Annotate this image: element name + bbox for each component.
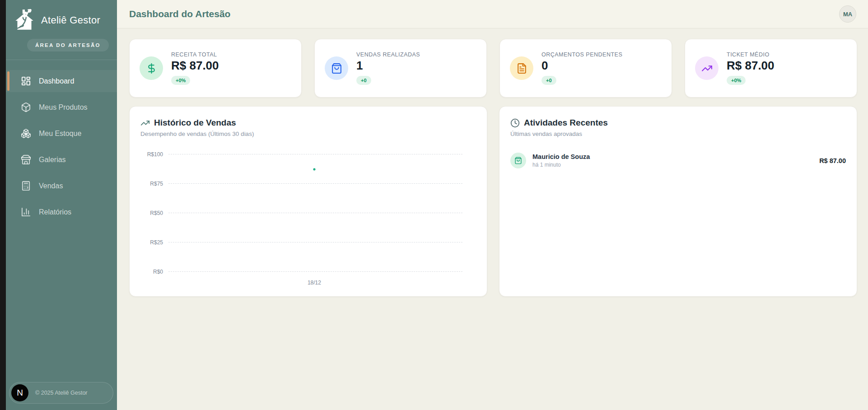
y-axis-tick-label: R$50 xyxy=(136,210,163,216)
activity-list: Mauricio de Souzahá 1 minutoR$ 87.00 xyxy=(510,153,846,168)
x-axis-tick-label: 18/12 xyxy=(308,280,321,286)
y-axis-tick-label: R$0 xyxy=(136,269,163,275)
sidebar-item-label: Meus Produtos xyxy=(39,103,88,112)
stat-label: VENDAS REALIZADAS xyxy=(356,51,420,58)
atelie-house-logo-icon xyxy=(11,7,37,33)
calculator-icon xyxy=(21,181,31,191)
stat-body: RECEITA TOTALR$ 87.00+0% xyxy=(171,51,219,85)
activity-customer-name: Mauricio de Souza xyxy=(532,153,590,160)
sales-line-chart: R$100R$75R$50R$25R$018/12 xyxy=(140,154,476,289)
sidebar: Ateliê Gestor ÁREA DO ARTESÃO DashboardM… xyxy=(6,0,117,410)
stat-label: RECEITA TOTAL xyxy=(171,51,219,58)
sales-panel-title: Histórico de Vendas xyxy=(154,118,236,128)
activity-list-item: Mauricio de Souzahá 1 minutoR$ 87.00 xyxy=(510,153,846,168)
shopping-bag-icon xyxy=(325,56,348,80)
chart-gridline xyxy=(168,242,462,242)
stat-trend-badge: +0% xyxy=(727,76,746,85)
shopping-bag-icon xyxy=(510,153,526,168)
sidebar-item-vendas[interactable]: Vendas xyxy=(6,175,117,197)
activities-panel-title: Atividades Recentes xyxy=(524,118,608,128)
sidebar-item-galerias[interactable]: Galerias xyxy=(6,149,117,171)
sidebar-item-label: Galerias xyxy=(39,156,66,164)
clock-icon xyxy=(510,118,520,128)
panels-row: Histórico de Vendas Desempenho de vendas… xyxy=(129,106,857,297)
sidebar-item-label: Meu Estoque xyxy=(39,130,81,138)
recent-activities-panel: Atividades Recentes Últimas vendas aprov… xyxy=(499,106,857,297)
sidebar-item-dashboard[interactable]: Dashboard xyxy=(6,70,117,92)
sidebar-item-meu-estoque[interactable]: Meu Estoque xyxy=(6,122,117,144)
chart-gridline xyxy=(168,271,462,272)
package-icon xyxy=(21,102,31,112)
nextjs-dev-indicator-button[interactable]: N xyxy=(11,384,28,401)
active-indicator-bar xyxy=(7,71,9,91)
stat-trend-badge: +0 xyxy=(356,76,371,85)
stat-value: R$ 87.00 xyxy=(727,59,775,73)
activity-timestamp: há 1 minuto xyxy=(532,162,590,168)
y-axis-tick-label: R$100 xyxy=(136,151,163,158)
area-badge: ÁREA DO ARTESÃO xyxy=(27,39,109,51)
content: RECEITA TOTALR$ 87.00+0%VENDAS REALIZADA… xyxy=(117,28,868,297)
trending-up-icon xyxy=(695,56,719,80)
topbar: Dashboard do Artesão MA xyxy=(117,0,868,28)
activity-amount: R$ 87.00 xyxy=(819,157,846,164)
chart-gridline xyxy=(168,213,462,213)
user-avatar[interactable]: MA xyxy=(839,5,856,23)
boxes-icon xyxy=(21,128,31,139)
stat-card-orcamentos-pendentes: ORÇAMENTOS PENDENTES0+0 xyxy=(499,39,672,98)
stat-trend-badge: +0 xyxy=(541,76,556,85)
sidebar-footer: N © 2025 Ateliê Gestor xyxy=(9,382,113,404)
stat-body: VENDAS REALIZADAS1+0 xyxy=(356,51,420,85)
bar-chart-icon xyxy=(21,207,31,217)
sales-panel-subtitle: Desempenho de vendas (Últimos 30 dias) xyxy=(140,130,476,137)
stat-card-vendas-realizadas: VENDAS REALIZADAS1+0 xyxy=(314,39,487,98)
y-axis-tick-label: R$25 xyxy=(136,239,163,246)
sidebar-item-label: Dashboard xyxy=(39,77,74,85)
chart-data-point xyxy=(313,168,315,170)
stat-trend-badge: +0% xyxy=(171,76,190,85)
trending-up-icon xyxy=(140,118,150,128)
stat-body: ORÇAMENTOS PENDENTES0+0 xyxy=(541,51,622,85)
sales-history-panel: Histórico de Vendas Desempenho de vendas… xyxy=(129,106,487,297)
activity-info: Mauricio de Souzahá 1 minuto xyxy=(532,153,590,168)
sidebar-item-relatorios[interactable]: Relatórios xyxy=(6,201,117,223)
stat-value: 1 xyxy=(356,59,420,73)
app-window: Ateliê Gestor ÁREA DO ARTESÃO DashboardM… xyxy=(0,0,868,410)
brand-logo-row: Ateliê Gestor xyxy=(6,0,117,36)
stat-value: 0 xyxy=(541,59,622,73)
copyright-text: © 2025 Ateliê Gestor xyxy=(35,390,88,396)
stat-value: R$ 87.00 xyxy=(171,59,219,73)
stat-cards-row: RECEITA TOTALR$ 87.00+0%VENDAS REALIZADA… xyxy=(129,39,857,98)
sidebar-item-label: Vendas xyxy=(39,182,63,190)
activities-panel-header: Atividades Recentes xyxy=(510,118,846,128)
sidebar-item-label: Relatórios xyxy=(39,208,71,216)
layout-dashboard-icon xyxy=(21,76,31,86)
sidebar-item-meus-produtos[interactable]: Meus Produtos xyxy=(6,96,117,118)
activities-panel-subtitle: Últimas vendas aprovadas xyxy=(510,130,846,137)
dollar-sign-icon xyxy=(140,56,163,80)
file-text-icon xyxy=(510,56,533,80)
footer-pill: N © 2025 Ateliê Gestor xyxy=(9,382,113,404)
chart-gridline xyxy=(168,154,462,154)
stat-label: TICKET MÉDIO xyxy=(727,51,775,58)
sidebar-nav: DashboardMeus ProdutosMeu EstoqueGaleria… xyxy=(6,60,117,227)
brand-name: Ateliê Gestor xyxy=(41,14,100,26)
stat-card-ticket-medio: TICKET MÉDIOR$ 87.00+0% xyxy=(685,39,857,98)
store-icon xyxy=(21,154,31,165)
chart-plot-area: R$100R$75R$50R$25R$018/12 xyxy=(168,154,462,271)
main-area: Dashboard do Artesão MA RECEITA TOTALR$ … xyxy=(117,0,868,410)
chart-gridline xyxy=(168,183,462,184)
stat-card-receita-total: RECEITA TOTALR$ 87.00+0% xyxy=(129,39,302,98)
sales-panel-header: Histórico de Vendas xyxy=(140,118,476,128)
y-axis-tick-label: R$75 xyxy=(136,181,163,187)
stat-label: ORÇAMENTOS PENDENTES xyxy=(541,51,622,58)
window-edge-strip xyxy=(0,0,6,410)
page-title: Dashboard do Artesão xyxy=(129,9,230,19)
stat-body: TICKET MÉDIOR$ 87.00+0% xyxy=(727,51,775,85)
